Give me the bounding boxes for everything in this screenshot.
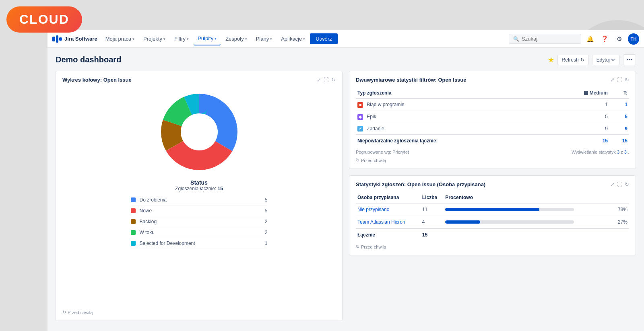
nav-plany-label: Plany <box>256 36 269 42</box>
legend-item-3: W toku 2 <box>131 227 268 238</box>
expand-icon[interactable]: ⛶ <box>617 181 622 187</box>
progress-bar-container-1 <box>445 220 574 224</box>
edit-icon: ✏ <box>611 57 615 63</box>
search-box[interactable]: 🔍 <box>509 34 581 44</box>
progress-bar-fill-0 <box>445 208 539 211</box>
nav-aplikacje-label: Aplikacje <box>281 36 302 42</box>
legend-value-3: 2 <box>260 230 268 235</box>
nav-zespoly[interactable]: Zespoły ▾ <box>221 33 251 45</box>
pie-footer-text: Przed chwilą <box>68 310 93 315</box>
legend-color-w-toku <box>131 230 136 235</box>
refresh-icon[interactable]: ↻ <box>625 181 629 187</box>
pie-widget-footer: ↻ Przed chwilą <box>62 306 336 315</box>
bar-cell-1 <box>445 220 609 224</box>
legend-label-2: Backlog <box>140 219 260 224</box>
filter-footer-text: Przed chwilą <box>361 158 386 163</box>
main-content: Demo dashboard ★ Refresh ↻ Edytuj ✏ ••• … <box>47 48 644 331</box>
create-button[interactable]: Utwórz <box>310 33 337 44</box>
assignee-name-0[interactable]: Nie przypisano <box>356 203 421 216</box>
bug-total-val: 1 <box>609 99 629 111</box>
nav-pulpity[interactable]: Pulpity ▾ <box>194 32 221 45</box>
pie-chart-widget: Wykres kołowy: Open Issue ⤢ ⛶ ↻ <box>56 71 343 321</box>
col-medium-header: Medium <box>547 88 609 99</box>
col-bar-header <box>611 192 629 203</box>
avatar[interactable]: TH <box>628 33 639 45</box>
epic-medium-val: 5 <box>547 111 609 123</box>
legend-value-2: 2 <box>260 219 268 224</box>
notifications-button[interactable]: 🔔 <box>584 33 596 45</box>
col-count-header: Liczba <box>421 192 444 203</box>
legend-color-do-zrobienia <box>131 197 136 202</box>
task-label: Zadanie <box>367 126 384 132</box>
nav-aplikacje[interactable]: Aplikacje ▾ <box>277 33 309 45</box>
expand-icon[interactable]: ⛶ <box>617 77 622 83</box>
chevron-down-icon: ▾ <box>215 37 217 41</box>
nav-pulpity-label: Pulpity <box>198 35 213 41</box>
nav-moja-praca[interactable]: Moja praca ▾ <box>101 33 138 45</box>
refresh-icon[interactable]: ↻ <box>331 77 336 83</box>
assignee-stats-table: Osoba przypisana Liczba Procentowo Nie p… <box>356 192 629 241</box>
dashboard-header: Demo dashboard ★ Refresh ↻ Edytuj ✏ ••• <box>56 54 636 65</box>
donut-chart <box>159 92 239 172</box>
pie-widget-controls: ⤢ ⛶ ↻ <box>317 77 336 83</box>
pie-status-label: Status <box>175 179 223 186</box>
expand-icon[interactable]: ⛶ <box>324 77 329 83</box>
task-medium-val: 9 <box>547 123 609 135</box>
chevron-down-icon: ▾ <box>270 37 272 41</box>
filter-widget-title: Dwuwymiarowe statystki filtrów: Open Iss… <box>356 77 466 83</box>
nav-plany[interactable]: Plany ▾ <box>252 33 277 45</box>
assignee-bar-0 <box>444 203 611 216</box>
showing-count-link[interactable]: 3 <box>617 150 619 154</box>
filter-row-bug: ■ Błąd w programie 1 1 <box>356 99 629 111</box>
legend-label-3: W toku <box>140 230 260 235</box>
epic-label: Epik <box>367 114 376 119</box>
filter-stats-widget: Dwuwymiarowe statystki filtrów: Open Iss… <box>349 71 636 169</box>
assignee-row-1: Team Atlassian Hicron 4 27% <box>356 216 629 229</box>
legend-label-4: Selected for Development <box>140 241 260 246</box>
showing-total-link[interactable]: 3 <box>624 150 627 154</box>
fullscreen-icon[interactable]: ⤢ <box>610 77 615 83</box>
assignee-count-0: 11 <box>421 203 444 216</box>
epic-total-val: 5 <box>609 111 629 123</box>
pie-legend: Do zrobienia 5 Nowe 5 Backlog 2 <box>131 195 268 249</box>
legend-item-1: Nowe 5 <box>131 206 268 216</box>
col-percent-header: Procentowo <box>444 192 611 203</box>
pie-container <box>159 92 239 172</box>
filter-total-label: Niepowtarzalne zgłoszenia łącznie: <box>356 135 547 146</box>
logo: Jira Software <box>52 34 97 44</box>
pie-total-label: Zgłoszenia łącznie: 15 <box>175 186 223 191</box>
filter-widget-header: Dwuwymiarowe statystki filtrów: Open Iss… <box>356 77 629 83</box>
topnav-right: 🔍 🔔 ❓ ⚙ TH <box>509 33 639 45</box>
pie-center-label: Status Zgłoszenia łącznie: 15 <box>175 179 223 191</box>
epic-icon: ◆ <box>357 114 363 120</box>
assignee-count-1: 4 <box>421 216 444 229</box>
nav-filtry[interactable]: Filtry ▾ <box>170 33 193 45</box>
showing-label: Wyświetlanie statystyk <box>572 150 616 154</box>
nav-items: Moja praca ▾ Projekty ▾ Filtry ▾ Pulpity… <box>101 32 509 45</box>
fullscreen-icon[interactable]: ⤢ <box>610 181 615 187</box>
legend-color-selected <box>131 241 136 246</box>
search-icon: 🔍 <box>513 36 519 42</box>
more-options-button[interactable]: ••• <box>623 54 636 65</box>
filter-row-task: ✓ Zadanie 9 9 <box>356 123 629 135</box>
edit-button[interactable]: Edytuj ✏ <box>592 55 620 65</box>
legend-item-2: Backlog 2 <box>131 216 268 227</box>
nav-projekty[interactable]: Projekty ▾ <box>139 33 169 45</box>
favorite-star-icon[interactable]: ★ <box>548 56 554 64</box>
help-button[interactable]: ❓ <box>599 33 610 45</box>
legend-item-4: Selected for Development 1 <box>131 238 268 249</box>
legend-value-0: 5 <box>260 197 268 203</box>
fullscreen-icon[interactable]: ⤢ <box>317 77 321 83</box>
refresh-icon[interactable]: ↻ <box>625 77 629 83</box>
cloud-badge: CLOUD <box>6 6 82 33</box>
refresh-icon: ↻ <box>62 310 66 315</box>
bar-cell-0 <box>445 208 609 211</box>
legend-value-4: 1 <box>260 241 268 246</box>
refresh-button[interactable]: Refresh ↻ <box>557 55 589 65</box>
refresh-icon: ↻ <box>356 158 359 163</box>
search-input[interactable] <box>522 36 578 42</box>
settings-button[interactable]: ⚙ <box>613 33 625 45</box>
filter-total-total: 15 <box>609 135 629 146</box>
assignee-name-1[interactable]: Team Atlassian Hicron <box>356 216 421 229</box>
assignee-widget-controls: ⤢ ⛶ ↻ <box>610 181 629 187</box>
